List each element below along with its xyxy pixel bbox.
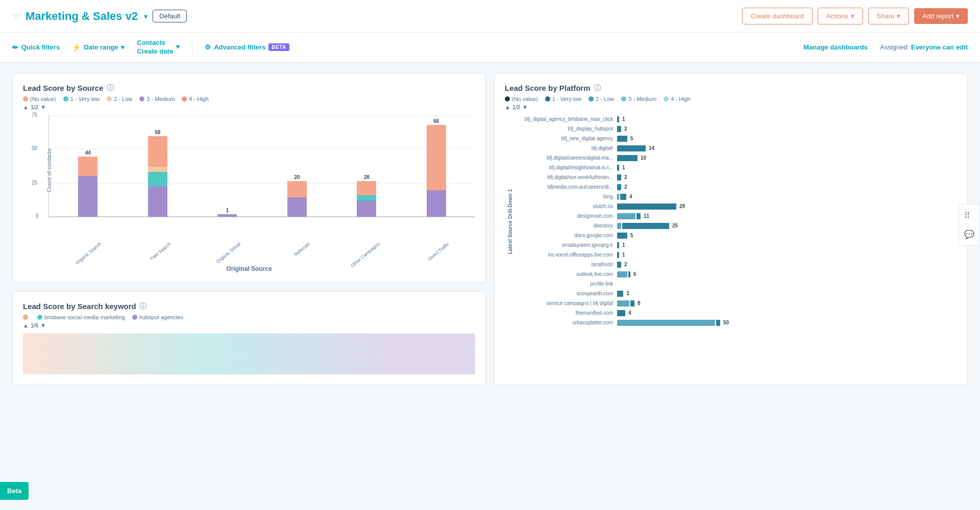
platform-row-19: service campaigns | bfj digital8 bbox=[515, 299, 957, 308]
hbar-segment-1 bbox=[617, 233, 627, 239]
hbar-segment-2 bbox=[617, 213, 635, 219]
quick-filters-button[interactable]: ✏ Quick filters bbox=[12, 43, 60, 52]
bar-label: Other Campaigns bbox=[350, 241, 380, 268]
platform-row-9: clutch.co29 bbox=[515, 202, 957, 211]
keyword-info-icon[interactable]: ⓘ bbox=[139, 302, 146, 311]
x-axis-title: Original Source bbox=[23, 265, 475, 272]
default-badge[interactable]: Default bbox=[153, 10, 187, 22]
bar-segment bbox=[357, 195, 376, 200]
share-button[interactable]: Share ▾ bbox=[868, 8, 910, 24]
platform-next-button[interactable]: ▼ bbox=[522, 104, 528, 110]
platform-row-label: bfj.digital/insights/what-is-t... bbox=[515, 165, 617, 170]
bar-segment bbox=[217, 214, 237, 217]
hbar-count: 4 bbox=[628, 310, 631, 316]
platform-row-15: localhost/2 bbox=[515, 261, 957, 269]
bar-label: Direct Traffic bbox=[427, 241, 450, 262]
contacts-create-date-button[interactable]: Contacts Create date ▾ bbox=[137, 39, 180, 56]
hbar-count: 25 bbox=[672, 223, 678, 228]
hbar-segment-1 bbox=[716, 320, 720, 326]
lead-score-platform-card: Lead Score by Platform ⓘ (No value) 1 - … bbox=[494, 73, 968, 385]
hbar-segment-2 bbox=[617, 223, 621, 229]
bars-area: 44 Organic Search 58 bbox=[49, 115, 475, 217]
platform-row-track: 2 bbox=[617, 174, 957, 181]
platform-row-track: 2 bbox=[617, 184, 957, 190]
assigned-value: Everyone can edit bbox=[911, 43, 968, 51]
hbar-segment-1 bbox=[620, 194, 626, 200]
platform-row-label: inc-excel.officeapps.live.com bbox=[515, 252, 617, 258]
platform-prev-button[interactable]: ▲ bbox=[505, 104, 510, 110]
prev-page-button[interactable]: ▲ bbox=[23, 104, 29, 110]
add-report-button[interactable]: Add report ▾ bbox=[914, 8, 968, 24]
bar-direct-traffic: 66 Direct Traffic bbox=[427, 118, 446, 217]
advanced-filters-button[interactable]: ⚙ Advanced filters BETA bbox=[205, 43, 289, 51]
platform-row-label: urbansplatter.com bbox=[515, 320, 617, 325]
hbar-count: 1 bbox=[622, 116, 625, 122]
title-chevron-icon[interactable]: ▾ bbox=[144, 12, 148, 20]
platform-row-track: 1 bbox=[617, 116, 957, 122]
bar-segment bbox=[148, 172, 167, 186]
bar-organic-social: 1 Organic Social bbox=[217, 208, 237, 217]
platform-row-label: service campaigns | bfj digital bbox=[515, 300, 617, 306]
filter-divider bbox=[192, 40, 192, 55]
hbar-segment-1 bbox=[617, 262, 621, 268]
actions-button[interactable]: Actions ▾ bbox=[818, 8, 863, 24]
hbar-segment-2 bbox=[617, 194, 619, 200]
platform-row-label: clutch.co bbox=[515, 203, 617, 209]
platform-row-label: themanifest.com bbox=[515, 310, 617, 316]
star-icon[interactable]: ☆ bbox=[12, 11, 20, 22]
platform-row-label: scoopearth.com bbox=[515, 291, 617, 296]
platform-row-11: directory25 bbox=[515, 222, 957, 230]
header-left: ☆ Marketing & Sales v2 ▾ Default bbox=[12, 10, 187, 23]
filter-bar: ✏ Quick filters ⚡ Date range ▾ Contacts … bbox=[0, 33, 980, 63]
platform-row-1: bfj_display_hubspot2 bbox=[515, 125, 957, 133]
hbar-segment-1 bbox=[617, 184, 621, 190]
platform-row-label: bfj_new_digital agency bbox=[515, 136, 617, 141]
platform-row-label: bing bbox=[515, 194, 617, 199]
platform-y-label: Latest Source Drill-Down 1 bbox=[507, 189, 513, 254]
platform-row-label: bfj_display_hubspot bbox=[515, 126, 617, 132]
info-icon[interactable]: ⓘ bbox=[107, 84, 114, 93]
hbar-count: 1 bbox=[622, 242, 625, 248]
platform-chart-area: Latest Source Drill-Down 1 bfj_digital_a… bbox=[505, 115, 957, 328]
date-range-button[interactable]: ⚡ Date range ▾ bbox=[72, 43, 125, 52]
legend-item-no-value: (No value) bbox=[23, 96, 56, 102]
platform-row-6: bfj.digital/our-work/lutheran...2 bbox=[515, 173, 957, 182]
platform-row-track: 50 bbox=[617, 320, 957, 326]
hbar-count: 5 bbox=[630, 233, 633, 238]
create-dashboard-button[interactable]: Create dashboard bbox=[742, 8, 813, 24]
platform-row-track: 29 bbox=[617, 203, 957, 210]
add-report-chevron-icon: ▾ bbox=[956, 12, 960, 20]
hbar-segment-1 bbox=[617, 203, 676, 210]
keyword-next-button[interactable]: ▼ bbox=[40, 322, 46, 328]
hbar-segment-2 bbox=[617, 271, 627, 277]
legend-keyword-brisbane: brisbane social media marketing bbox=[37, 314, 125, 320]
platform-row-track: 3 bbox=[617, 291, 957, 297]
grid-icon[interactable]: ⠿ bbox=[962, 209, 976, 222]
legend-item-very-low: 1 - Very low bbox=[63, 96, 100, 102]
bar-organic-search: 44 Organic Search bbox=[78, 150, 97, 217]
pencil-icon: ✏ bbox=[12, 43, 18, 52]
bar-label: Organic Social bbox=[215, 241, 241, 264]
platform-info-icon[interactable]: ⓘ bbox=[594, 84, 601, 93]
platform-row-label: emailsystem.ignoprg.ir bbox=[515, 242, 617, 248]
platform-row-label: bfjmedia.com.au/careers/di... bbox=[515, 184, 617, 190]
main-content: Lead Score by Source ⓘ (No value) 1 - Ve… bbox=[0, 63, 980, 395]
page-title: Marketing & Sales v2 bbox=[26, 10, 138, 23]
platform-y-axis: Latest Source Drill-Down 1 bbox=[505, 115, 515, 328]
platform-row-label: docs.google.com bbox=[515, 233, 617, 238]
platform-row-label: bfj.digital/ bbox=[515, 145, 617, 151]
next-page-button[interactable]: ▼ bbox=[40, 104, 46, 110]
bar-segment bbox=[78, 157, 97, 176]
platform-row-track: 2 bbox=[617, 126, 957, 132]
manage-dashboards-button[interactable]: Manage dashboards bbox=[803, 43, 868, 51]
bar-segment bbox=[357, 181, 376, 195]
keyword-prev-button[interactable]: ▲ bbox=[23, 322, 29, 328]
platform-row-track: 2 bbox=[617, 262, 957, 268]
hbar-segment-1 bbox=[617, 242, 619, 248]
bar-label: Organic Search bbox=[74, 241, 102, 266]
hbar-count: 6 bbox=[633, 271, 636, 277]
hbar-count: 11 bbox=[644, 213, 649, 219]
platform-row-label: directory bbox=[515, 223, 617, 228]
legend-platform-low: 2 - Low bbox=[589, 96, 614, 102]
chat-icon[interactable]: 💬 bbox=[962, 227, 976, 241]
